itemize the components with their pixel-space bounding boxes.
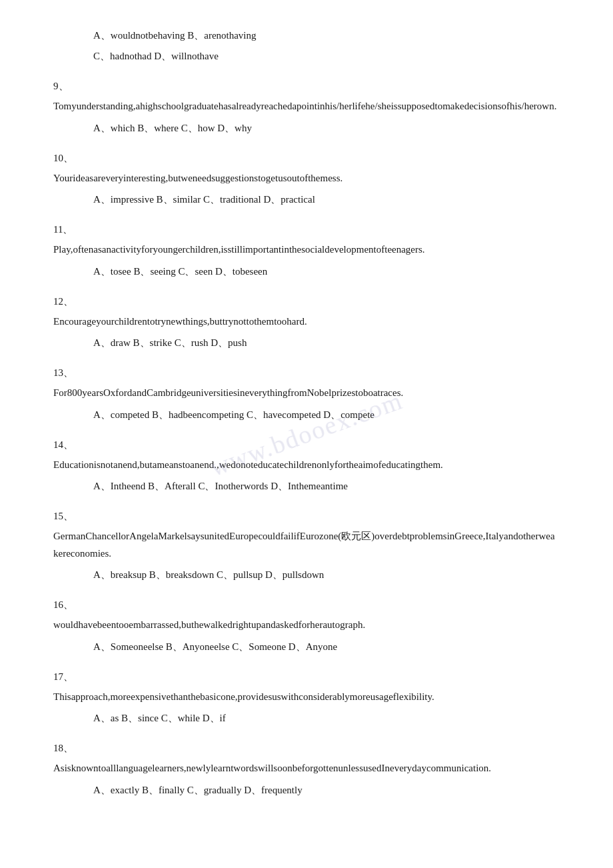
question-block-10: 10、 Yourideasareveryinteresting,butwenee…	[53, 149, 560, 209]
question-block-16: 16、 wouldhavebeentooembarrassed,buthewal…	[53, 596, 560, 656]
question-text-13: For800yearsOxfordandCambridgeuniversitie…	[53, 385, 560, 402]
question-text-9: Tomyunderstanding,ahighschoolgraduatehas…	[53, 98, 560, 115]
question-number-17: 17、	[53, 668, 560, 686]
options-line-15: A、breaksup B、breaksdown C、pullsup D、pull…	[93, 566, 560, 584]
options-line-10: A、impressive B、similar C、traditional D、p…	[93, 191, 560, 209]
question-number-11: 11、	[53, 221, 560, 239]
question-text-15: GermanChancellorAngelaMarkelsaysunitedEu…	[53, 528, 560, 562]
question-block-14: 14、 Educationisnotanend,butameanstoanend…	[53, 436, 560, 496]
question-text-11: Play,oftenasanactivityforyoungerchildren…	[53, 241, 560, 259]
options-line-8-ab: A、wouldnotbehaving B、arenothaving	[93, 27, 560, 45]
question-text-18: Asisknowntoalllanguagelearners,newlylear…	[53, 760, 560, 777]
options-line-11: A、tosee B、seeing C、seen D、tobeseen	[93, 263, 560, 281]
options-line-18: A、exactly B、finally C、gradually D、freque…	[93, 781, 560, 799]
options-line-13: A、competed B、hadbeencompeting C、havecomp…	[93, 406, 560, 424]
question-number-15: 15、	[53, 507, 560, 525]
exam-content: A、wouldnotbehaving B、arenothaving C、hadn…	[53, 27, 560, 799]
question-text-17: Thisapproach,moreexpensivethanthebasicon…	[53, 689, 560, 706]
question-number-12: 12、	[53, 293, 560, 311]
question-block-9: 9、 Tomyunderstanding,ahighschoolgraduate…	[53, 77, 560, 137]
question-block-18: 18、 Asisknowntoalllanguagelearners,newly…	[53, 739, 560, 799]
options-line-9: A、which B、where C、how D、why	[93, 119, 560, 137]
options-line-8-cd: C、hadnothad D、willnothave	[93, 47, 560, 65]
options-line-12: A、draw B、strike C、rush D、push	[93, 334, 560, 352]
question-text-10: Yourideasareveryinteresting,butweneedsug…	[53, 170, 560, 187]
question-block-11: 11、 Play,oftenasanactivityforyoungerchil…	[53, 221, 560, 281]
question-text-12: Encourageyourchildrentotrynewthings,butt…	[53, 313, 560, 331]
question-block-12: 12、 Encourageyourchildrentotrynewthings,…	[53, 293, 560, 353]
question-block-13: 13、 For800yearsOxfordandCambridgeunivers…	[53, 364, 560, 424]
question-text-14: Educationisnotanend,butameanstoanend.,we…	[53, 457, 560, 474]
question-block-15: 15、 GermanChancellorAngelaMarkelsaysunit…	[53, 507, 560, 584]
question-number-10: 10、	[53, 149, 560, 167]
question-number-9: 9、	[53, 77, 560, 95]
options-line-14: A、Intheend B、Afterall C、Inotherwords D、I…	[93, 477, 560, 495]
options-line-16: A、Someoneelse B、Anyoneelse C、Someone D、A…	[93, 638, 560, 656]
question-number-18: 18、	[53, 739, 560, 757]
question-number-13: 13、	[53, 364, 560, 382]
question-block-8-options: A、wouldnotbehaving B、arenothaving C、hadn…	[53, 27, 560, 65]
question-block-17: 17、 Thisapproach,moreexpensivethanthebas…	[53, 668, 560, 728]
question-text-16: wouldhavebeentooembarrassed,buthewalkedr…	[53, 617, 560, 634]
question-number-14: 14、	[53, 436, 560, 454]
options-line-17: A、as B、since C、while D、if	[93, 709, 560, 727]
question-number-16: 16、	[53, 596, 560, 614]
